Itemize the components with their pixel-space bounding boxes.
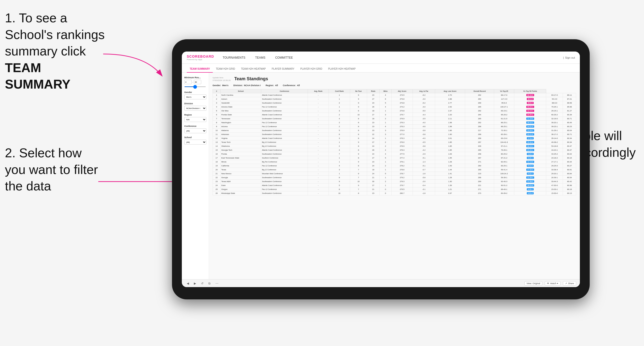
table-cell: -4.0: [413, 137, 435, 140]
copy-btn[interactable]: ⧉: [207, 281, 212, 286]
table-cell: -3.8: [413, 144, 435, 148]
table-row[interactable]: 17East Tennessee StateSouthern Conferenc…: [213, 156, 576, 160]
table-cell: 1.53: [435, 164, 465, 168]
table-cell: -: [308, 125, 329, 129]
table-cell: 269: [465, 180, 494, 183]
table-cell: -4.4: [413, 113, 435, 117]
separator: |: [563, 56, 564, 59]
table-cell: 9: [350, 183, 367, 187]
tab-player-summary[interactable]: PLAYER SUMMARY: [269, 65, 297, 73]
table-cell: -: [308, 164, 329, 168]
filter-gender-select[interactable]: Men's: [184, 94, 206, 99]
table-cell: 95-29-2: [494, 113, 514, 117]
table-row[interactable]: 20TexasBig 12 Conference-37181278.6-0.71…: [213, 168, 576, 172]
table-cell: 21: [367, 176, 380, 180]
tab-team-summary[interactable]: TEAM SUMMARY: [187, 65, 213, 73]
table-cell: Arkansas: [220, 133, 261, 137]
table-cell: 42-18-0: [514, 93, 546, 97]
table-cell: 1.39: [435, 183, 465, 187]
table-row[interactable]: 23Texas A&MSoutheastern Conference-91030…: [213, 180, 576, 183]
table-cell: 2: [379, 180, 392, 183]
table-cell: 9-19-1: [514, 187, 546, 191]
filter-max-input[interactable]: [194, 80, 201, 84]
table-row[interactable]: 21New MexicoMountain West Conference-192…: [213, 172, 576, 176]
filter-school-select[interactable]: (All): [184, 140, 206, 145]
table-cell: 3.01: [435, 137, 465, 140]
table-cell: 2: [329, 121, 350, 125]
table-row[interactable]: 4Arizona StatePac-12 Conference-19264274…: [213, 105, 576, 109]
nav-teams[interactable]: TEAMS: [254, 56, 266, 59]
tab-team-h2h-heatmap[interactable]: TEAM H2H HEATMAP: [238, 65, 269, 73]
table-row[interactable]: 26Mississippi StateSoutheastern Conferen…: [213, 191, 576, 195]
share-btn[interactable]: ↗ Share: [563, 281, 576, 286]
table-cell: 3: [329, 168, 350, 172]
watch-btn[interactable]: 👁 Watch ▾: [545, 281, 560, 286]
filter-division-select[interactable]: NCAA Division I: [184, 106, 206, 111]
tab-player-h2h-heatmap[interactable]: PLAYER H2H HEATMAP: [325, 65, 358, 73]
filter-region-select[interactable]: N/A: [184, 117, 206, 122]
table-row[interactable]: 16FloridaSoutheastern Conference-7924427…: [213, 152, 576, 156]
table-cell: 2.11: [435, 117, 465, 121]
table-cell: -: [308, 117, 329, 121]
table-cell: 1.44: [435, 168, 465, 172]
table-cell: 1: [379, 109, 392, 113]
more-btn[interactable]: ⋯: [214, 281, 220, 286]
filter-conference-select[interactable]: (All): [184, 128, 206, 133]
table-row[interactable]: 10AlabamaSoutheastern Conference-5823327…: [213, 129, 576, 133]
table-cell: 23: [367, 125, 380, 129]
table-cell: 21: [367, 187, 380, 191]
view-original-btn[interactable]: View: Original: [524, 281, 542, 286]
table-cell: -: [308, 113, 329, 117]
table-row[interactable]: 11ArkansasSoutheastern Conference-682232…: [213, 133, 576, 137]
nav-tournaments[interactable]: TOURNAMENTS: [222, 56, 246, 59]
table-cell: New Mexico: [220, 172, 261, 176]
table-cell: Atlantic Coast Conference: [261, 148, 308, 152]
table-row[interactable]: 5Ole MissSoutheastern Conference-3618127…: [213, 109, 576, 113]
filter-slider[interactable]: [184, 86, 206, 87]
table-row[interactable]: 18IllinoisBig Ten Conference-19231279.1-…: [213, 160, 576, 164]
table-row[interactable]: 12VirginiaAtlantic Coast Conference-3824…: [213, 137, 576, 140]
tab-player-h2h-grid[interactable]: PLAYER H2H GRID: [297, 65, 325, 73]
table-cell: 39-23-1: [546, 125, 563, 129]
table-row[interactable]: 6Florida StateAtlantic Coast Conference-…: [213, 113, 576, 117]
filter-minimum-rou-label: Minimum Rou...: [184, 76, 206, 79]
filter-min-input[interactable]: [184, 80, 192, 84]
nav-forward-btn[interactable]: ▶: [193, 281, 197, 286]
table-cell: 92-40-3: [494, 180, 514, 183]
table-row[interactable]: 19CaliforniaPac-12 Conference-48242278.2…: [213, 164, 576, 168]
table-cell: 95-6-0: [494, 101, 514, 105]
table-cell: Southeastern Conference: [261, 180, 308, 183]
tab-team-h2h-grid[interactable]: TEAM H2H GRID: [213, 65, 238, 73]
table-row[interactable]: 7TennesseeSoutheastern Conference-481822…: [213, 117, 576, 121]
table-row[interactable]: 1North CarolinaAtlantic Coast Conference…: [213, 93, 576, 97]
refresh-btn[interactable]: ↺: [200, 281, 205, 286]
table-cell: 4: [379, 93, 392, 97]
table-cell: 2.52: [435, 105, 465, 109]
table-cell: 26: [367, 148, 380, 152]
table-cell: 60-29-2: [546, 113, 563, 117]
table-cell: 5: [379, 101, 392, 105]
table-cell: 80.18: [563, 187, 576, 191]
table-cell: 23: [367, 101, 380, 105]
sign-out-link[interactable]: Sign out: [565, 56, 575, 59]
table-row[interactable]: 9ArizonaPac-12 Conference-28234276.3-4.6…: [213, 125, 576, 129]
table-row[interactable]: 22GeorgiaSoutheastern Conference-8721127…: [213, 176, 576, 180]
step1-text: 1. To see a School's rankings summary cl…: [5, 11, 105, 58]
table-row[interactable]: 8WashingtonPac-12 Conference-28231276.3-…: [213, 121, 576, 125]
nav-committee[interactable]: COMMITTEE: [274, 56, 294, 59]
table-cell: 34-25-2: [546, 152, 563, 156]
table-cell: -5.1: [413, 164, 435, 168]
table-row[interactable]: 24DukeAtlantic Coast Conference-59271279…: [213, 183, 576, 187]
table-cell: 23-33-1: [546, 187, 563, 191]
table-row[interactable]: 3VanderbiltSoutheastern Conference-29235…: [213, 101, 576, 105]
table-row[interactable]: 14OklahomaBig 12 Conference-28242276.9-3…: [213, 144, 576, 148]
table-cell: 1: [329, 97, 350, 101]
table-row[interactable]: 25OregonPac-12 Conference-87210279.5-3.1…: [213, 187, 576, 191]
table-row[interactable]: 2AuburnSoutheastern Conference-19276273.…: [213, 97, 576, 101]
table-cell: 87.21: [563, 97, 576, 101]
table-row[interactable]: 15Georgia TechAtlantic Coast Conference-…: [213, 148, 576, 152]
table-row[interactable]: 13Texas TechBig 12 Conference-19272276.0…: [213, 140, 576, 144]
table-cell: -: [308, 172, 329, 176]
table-cell: 265: [465, 117, 494, 121]
nav-back-btn[interactable]: ◀: [186, 281, 190, 286]
